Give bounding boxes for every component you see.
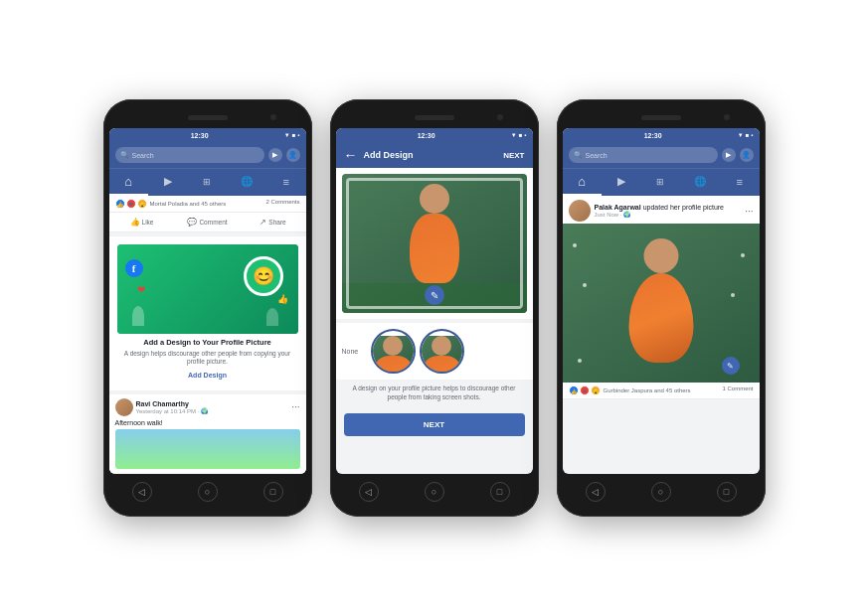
comment-button[interactable]: 💬 Comment (175, 216, 241, 229)
share-button[interactable]: ↗ Share (241, 216, 306, 229)
phone-3-nav-icons: ▶ 👤 (722, 148, 754, 162)
phone-1-status-bar: 12:30 ▼ ■ ▪ (109, 128, 306, 142)
phone-3-tabs: ⌂ ▶ ⊞ 🌐 ≡ (563, 168, 760, 196)
p3-tab-marketplace[interactable]: ⊞ (641, 169, 681, 196)
phone-1-tabs: ⌂ ▶ ⊞ 🌐 ≡ (109, 168, 306, 196)
fb-logo-promo: f (125, 259, 143, 277)
comment-label: Comment (199, 219, 227, 226)
p2-recent-hw-button[interactable]: □ (490, 482, 510, 502)
next-header-button[interactable]: NEXT (503, 151, 524, 160)
promo-card: f ❤ ❤ 👍 😊 (109, 236, 306, 390)
phone-1-search-bar[interactable]: 🔍 Search (115, 147, 264, 163)
person-figure-1 (132, 306, 144, 326)
phone-1-feed: 👍 ❤ 😮 Mortal Poladia and 45 others 2 Com… (109, 196, 306, 474)
comment-icon: 💬 (187, 218, 197, 227)
p2-home-hw-button[interactable]: ○ (425, 482, 444, 502)
signal-icon: ▼ (284, 132, 290, 138)
p3-woman-figure (628, 238, 693, 363)
phone-3-search-bar[interactable]: 🔍 Search (569, 147, 718, 163)
p3-tab-home[interactable]: ⌂ (563, 169, 603, 196)
p3-heart-icon: ❤ (580, 385, 590, 395)
p3-reaction-text: Gurbinder Jaspura and 45 others (604, 387, 691, 393)
phone-2-speaker (415, 115, 454, 120)
video-nav-icon[interactable]: ▶ (268, 148, 282, 162)
home-hw-button[interactable]: ○ (198, 482, 218, 502)
p3-video-nav-icon[interactable]: ▶ (722, 148, 736, 162)
recent-hw-button[interactable]: □ (263, 482, 283, 502)
phone-2-bottom-nav: ◁ ○ □ (336, 477, 533, 507)
mini-post-meta: Yesterday at 10:14 PM · 🌍 (136, 407, 289, 414)
p3-home-hw-button[interactable]: ○ (651, 482, 671, 502)
phone-2-status-icons: ▼ ■ ▪ (511, 132, 527, 138)
phone-2-top-bar (336, 109, 533, 125)
phone-3-camera (724, 114, 730, 120)
wifi-icon: ■ (292, 132, 296, 138)
profile-post-name-action: Palak Agarwal updated her profile pictur… (595, 204, 742, 211)
profile-post-header: Palak Agarwal updated her profile pictur… (563, 196, 760, 224)
sparkle-5 (578, 359, 582, 363)
p3-like-icon: 👍 (569, 385, 579, 395)
heart-1: ❤ (137, 284, 145, 295)
back-hw-button[interactable]: ◁ (132, 482, 152, 502)
p2-signal-icon: ▼ (511, 132, 517, 138)
comment-count: 2 Comments (265, 199, 299, 209)
mini-post-author: Ravi Chamarthy (136, 400, 289, 407)
tab-notifications[interactable]: 🌐 (227, 169, 266, 196)
back-button[interactable]: ← (344, 147, 358, 163)
phone-1-camera (270, 114, 276, 120)
share-label: Share (268, 219, 285, 226)
heart-reaction-icon: ❤ (126, 199, 136, 209)
phone-1-navbar: 🔍 Search ▶ 👤 (109, 142, 306, 168)
p3-person-nav-icon[interactable]: 👤 (740, 148, 754, 162)
thumbup-promo: 👍 (277, 294, 288, 304)
next-big-button[interactable]: NEXT (344, 413, 525, 436)
add-design-button[interactable]: Add Design (117, 372, 298, 379)
phone-1-top-bar (109, 109, 306, 125)
p2-back-hw-button[interactable]: ◁ (359, 482, 379, 502)
profile-updated-card: Palak Agarwal updated her profile pictur… (563, 196, 760, 399)
p3-post-menu-dots[interactable]: ··· (745, 206, 753, 217)
thumb-img-inner-1 (373, 336, 414, 374)
person-figure-2 (266, 308, 278, 326)
phone-3-top-bar (563, 109, 760, 125)
post-menu-dots[interactable]: ··· (291, 401, 299, 412)
share-icon: ↗ (260, 218, 266, 227)
p3-tab-menu[interactable]: ≡ (720, 169, 760, 196)
phone-1-search-placeholder: Search (132, 152, 154, 159)
tab-marketplace[interactable]: ⊞ (188, 169, 228, 196)
p3-reaction-icons: 👍 ❤ 😮 Gurbinder Jaspura and 45 others (569, 385, 691, 395)
p3-comment-count: 1 Comment (722, 385, 753, 395)
p3-body (628, 273, 693, 363)
phone-3-navbar: 🔍 Search ▶ 👤 (563, 142, 760, 168)
phone-1-time: 12:30 (191, 132, 209, 139)
phone-1: 12:30 ▼ ■ ▪ 🔍 Search ▶ 👤 (103, 99, 312, 517)
phone-3-time: 12:30 (644, 132, 662, 139)
tab-menu[interactable]: ≡ (266, 169, 306, 196)
edit-circle[interactable]: ✎ (425, 285, 444, 305)
p3-back-hw-button[interactable]: ◁ (586, 482, 606, 502)
p3-slider-circle[interactable]: ✎ (722, 357, 740, 375)
phone-3-search-placeholder: Search (586, 152, 608, 159)
person-nav-icon[interactable]: 👤 (286, 148, 300, 162)
phone-1-speaker (188, 115, 228, 120)
search-icon: 🔍 (120, 151, 129, 159)
phone-2-screen: 12:30 ▼ ■ ▪ ← Add Design NEXT (336, 128, 533, 474)
phone-3: 12:30 ▼ ■ ▪ 🔍 Search ▶ 👤 (557, 99, 766, 517)
p3-reaction-row: 👍 ❤ 😮 Gurbinder Jaspura and 45 others 1 … (563, 383, 760, 399)
profile-photo-container: ✎ (336, 168, 533, 319)
p3-tab-video[interactable]: ▶ (602, 169, 641, 196)
thumbnail-2[interactable] (420, 329, 464, 374)
like-icon: 👍 (130, 218, 140, 227)
promo-title: Add a Design to Your Profile Picture (117, 338, 298, 347)
p3-recent-hw-button[interactable]: □ (717, 482, 737, 502)
action-buttons: 👍 Like 💬 Comment ↗ Share (109, 213, 306, 232)
thumbnail-1[interactable] (371, 329, 416, 374)
tab-home[interactable]: ⌂ (109, 169, 149, 196)
like-button[interactable]: 👍 Like (109, 216, 175, 229)
thumb-img-inner-2 (422, 336, 462, 374)
p3-tab-globe[interactable]: 🌐 (680, 169, 720, 196)
phone-2-time: 12:30 (418, 132, 435, 139)
phone-1-nav-icons: ▶ 👤 (268, 148, 300, 162)
reaction-icons: 👍 ❤ 😮 Mortal Poladia and 45 others (115, 199, 227, 209)
tab-video[interactable]: ▶ (148, 169, 188, 196)
